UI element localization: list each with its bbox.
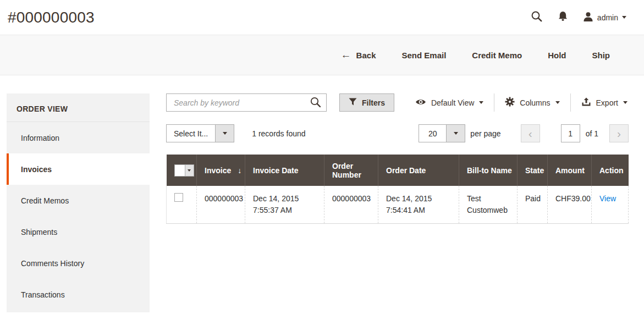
gear-icon xyxy=(505,97,515,108)
per-page-label: per page xyxy=(470,129,500,138)
credit-memo-button[interactable]: Credit Memo xyxy=(472,51,522,60)
back-button[interactable]: ← Back xyxy=(341,50,376,60)
ship-button[interactable]: Ship xyxy=(592,51,610,60)
pagination-controls: 20 per page ‹ of 1 › xyxy=(419,124,629,142)
select-all-checkbox[interactable] xyxy=(174,164,194,177)
hold-button[interactable]: Hold xyxy=(548,51,566,60)
mass-action-caret[interactable] xyxy=(215,125,234,142)
cell-order-date: Dec 14, 2015 7:54:41 AM xyxy=(378,186,459,224)
global-search-button[interactable] xyxy=(531,10,543,24)
search-submit-button[interactable] xyxy=(310,96,322,110)
column-header-amount[interactable]: Amount xyxy=(548,155,592,186)
keyword-search xyxy=(166,93,327,112)
sidebar-item-credit-memos[interactable]: Credit Memos xyxy=(7,185,150,216)
table-row[interactable]: 000000003 Dec 14, 2015 7:55:37 AM 000000… xyxy=(167,186,629,224)
chevron-down-icon xyxy=(479,101,483,104)
eye-icon xyxy=(415,98,426,107)
filter-funnel-icon xyxy=(349,98,357,107)
per-page-select[interactable]: 20 xyxy=(419,124,465,142)
column-header-action[interactable]: Action xyxy=(592,155,629,186)
chevron-down-icon xyxy=(188,169,191,172)
invoices-table: Invoice↓ Invoice Date Order Number Order… xyxy=(166,155,629,224)
send-email-button[interactable]: Send Email xyxy=(401,51,446,60)
column-header-state[interactable]: State xyxy=(518,155,548,186)
sidebar-item-information[interactable]: Information xyxy=(7,122,150,153)
row-checkbox[interactable] xyxy=(174,193,183,202)
page-title: #000000003 xyxy=(8,9,95,26)
sort-descending-icon: ↓ xyxy=(238,166,241,175)
default-view-button[interactable]: Default View xyxy=(405,98,494,107)
sidebar-item-transactions[interactable]: Transactions xyxy=(7,279,150,310)
table-header-row: Invoice↓ Invoice Date Order Number Order… xyxy=(167,155,629,186)
sidebar-item-shipments[interactable]: Shipments xyxy=(7,216,150,247)
mass-action-select[interactable]: Select It... xyxy=(166,124,234,142)
sidebar-item-comments-history[interactable]: Comments History xyxy=(7,247,150,279)
notifications-button[interactable] xyxy=(558,11,568,24)
view-invoice-link[interactable]: View xyxy=(599,194,616,203)
cell-state: Paid xyxy=(518,186,548,224)
order-action-bar: ← Back Send Email Credit Memo Hold Ship xyxy=(0,35,644,75)
chevron-left-icon: ‹ xyxy=(529,128,532,139)
column-header-order-date[interactable]: Order Date xyxy=(378,155,459,186)
sidebar-item-invoices[interactable]: Invoices xyxy=(7,153,150,185)
back-arrow-icon: ← xyxy=(341,49,351,60)
admin-username: admin xyxy=(597,13,618,22)
cell-amount: CHF39.00 xyxy=(548,186,592,224)
filters-button[interactable]: Filters xyxy=(339,93,394,112)
chevron-down-icon xyxy=(623,101,628,104)
column-header-order-number[interactable]: Order Number xyxy=(324,155,378,186)
search-input[interactable] xyxy=(166,93,327,112)
chevron-down-icon xyxy=(223,132,227,135)
cell-bill-to-name: Test Customweb xyxy=(459,186,518,224)
chevron-right-icon: › xyxy=(617,128,621,139)
previous-page-button[interactable]: ‹ xyxy=(521,124,540,142)
bell-icon xyxy=(558,11,568,24)
admin-account-menu[interactable]: admin xyxy=(583,12,626,24)
top-header: #000000003 admin xyxy=(0,0,644,35)
invoices-grid-panel: Filters Default View xyxy=(166,93,629,224)
chevron-down-icon xyxy=(555,101,560,104)
order-view-sidebar: ORDER VIEW Information Invoices Credit M… xyxy=(7,93,150,312)
column-header-bill-to-name[interactable]: Bill-to Name xyxy=(459,155,518,186)
current-page-input[interactable] xyxy=(561,124,580,142)
cell-order-number: 000000003 xyxy=(324,186,378,224)
search-icon xyxy=(531,10,543,24)
chevron-down-icon xyxy=(454,132,458,135)
per-page-caret[interactable] xyxy=(446,125,465,142)
search-icon xyxy=(310,102,322,110)
records-found-text: 1 records found xyxy=(252,129,305,138)
sidebar-title: ORDER VIEW xyxy=(7,93,150,122)
select-all-caret[interactable] xyxy=(185,165,194,176)
export-button[interactable]: Export xyxy=(571,97,629,108)
cell-invoice-date: Dec 14, 2015 7:55:37 AM xyxy=(245,186,324,224)
next-page-button[interactable]: › xyxy=(609,124,629,142)
total-pages-label: of 1 xyxy=(586,129,598,138)
export-icon xyxy=(581,97,591,108)
grid-view-controls: Default View xyxy=(405,93,629,112)
cell-invoice: 000000003 xyxy=(197,186,245,224)
chevron-down-icon xyxy=(622,16,626,19)
header-actions: admin xyxy=(531,10,626,24)
column-header-invoice[interactable]: Invoice↓ xyxy=(197,155,245,186)
row-select-cell xyxy=(167,186,197,224)
cell-action: View xyxy=(592,186,629,224)
column-header-invoice-date[interactable]: Invoice Date xyxy=(245,155,324,186)
columns-button[interactable]: Columns xyxy=(494,97,570,108)
select-all-header xyxy=(167,155,197,186)
user-icon xyxy=(583,12,593,24)
